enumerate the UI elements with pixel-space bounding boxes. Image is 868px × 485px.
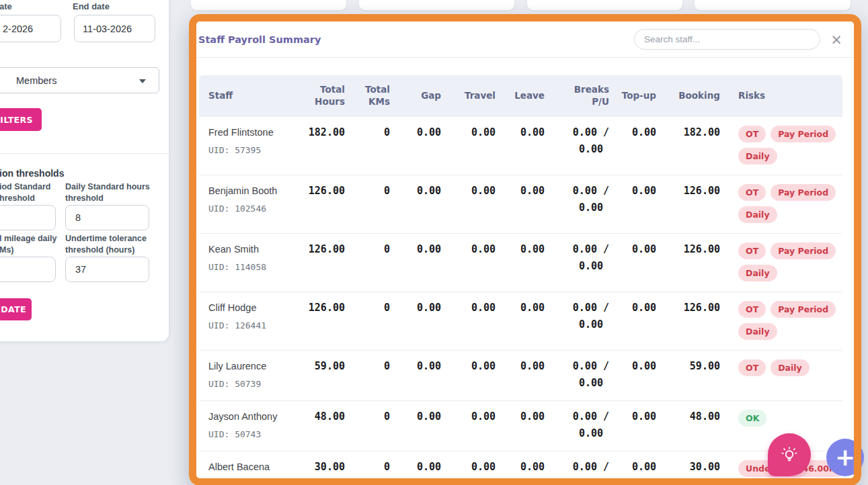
risk-badge: Pay Period bbox=[771, 242, 836, 259]
risk-badge: Daily bbox=[738, 148, 777, 165]
risk-badge: Daily bbox=[738, 206, 777, 223]
breaks-line2: 0.00 bbox=[545, 142, 609, 157]
close-icon[interactable]: × bbox=[830, 33, 843, 46]
undertime-threshold-label: Undertime tolerance threshold (hours) bbox=[65, 233, 154, 256]
booking-value: 126.00 bbox=[656, 234, 720, 292]
staff-cell: Kean Smith UID: 114058 bbox=[208, 242, 307, 273]
total-hours-value: 126.00 bbox=[307, 234, 345, 292]
table-row: Benjamin Booth UID: 102546 126.00 0 0.00… bbox=[199, 175, 842, 234]
top-card bbox=[190, 0, 347, 11]
risk-badges: OTDaily bbox=[738, 359, 842, 376]
gap-value: 0.00 bbox=[390, 451, 441, 485]
col-leave: Leave bbox=[496, 75, 545, 117]
daily-threshold-input[interactable] bbox=[65, 205, 149, 230]
payroll-table: Staff Total Hours Total KMs Gap Travel L… bbox=[199, 75, 842, 485]
col-total-hours: Total Hours bbox=[307, 75, 345, 117]
gap-value: 0.00 bbox=[390, 117, 441, 175]
top-card bbox=[694, 0, 851, 11]
sidebar-divider bbox=[0, 153, 169, 154]
feedback-lightbulb-button[interactable] bbox=[768, 433, 811, 476]
staff-name: Benjamin Booth bbox=[208, 184, 307, 198]
total-kms-value: 0 bbox=[345, 234, 390, 292]
breaks-value: 0.00 / 0.00 bbox=[545, 292, 609, 351]
pay-period-threshold-input[interactable] bbox=[0, 205, 56, 230]
update-button[interactable]: IDATE bbox=[0, 298, 32, 320]
payroll-table-body: Fred Flintstone UID: 57395 182.00 0 0.00… bbox=[199, 117, 842, 485]
page-background: ate End date Members Y FILTERS ion thres… bbox=[0, 0, 868, 485]
total-kms-value: 0 bbox=[345, 451, 390, 485]
start-date-label: ate bbox=[0, 1, 12, 13]
undertime-threshold-input[interactable] bbox=[65, 257, 149, 282]
members-dropdown[interactable]: Members bbox=[0, 67, 159, 93]
table-row: Cliff Hodge UID: 126441 126.00 0 0.00 0.… bbox=[199, 292, 842, 351]
risk-badge: OT bbox=[738, 184, 766, 201]
risk-badge: Pay Period bbox=[771, 126, 836, 142]
staff-name: Cliff Hodge bbox=[208, 301, 307, 315]
table-row: Jayson Anthony UID: 50743 48.00 0 0.00 0… bbox=[199, 401, 842, 451]
risk-badges: OTPay PeriodDaily bbox=[738, 242, 842, 281]
staff-name: Albert Bacena bbox=[208, 460, 307, 474]
staff-name: Jayson Anthony bbox=[208, 410, 307, 424]
breaks-value: 0.00 / 0.00 bbox=[545, 351, 609, 401]
breaks-line2: 0.00 bbox=[545, 201, 609, 215]
staff-cell: Albert Bacena bbox=[208, 460, 307, 485]
search-input[interactable] bbox=[634, 29, 820, 50]
topup-value: 0.00 bbox=[609, 401, 656, 451]
topup-value: 0.00 bbox=[609, 292, 656, 351]
modal-header: Staff Payroll Summary × bbox=[196, 21, 854, 58]
col-booking: Booking bbox=[656, 75, 720, 117]
staff-name: Fred Flintstone bbox=[208, 126, 307, 140]
mileage-threshold-label: l mileage daily Ms) bbox=[0, 233, 58, 256]
risk-badge: OT bbox=[738, 301, 766, 318]
add-button[interactable]: + bbox=[826, 439, 864, 476]
end-date-input[interactable] bbox=[74, 15, 155, 42]
topup-value: 0.00 bbox=[609, 451, 656, 485]
booking-value: 126.00 bbox=[656, 292, 720, 351]
staff-cell: Benjamin Booth UID: 102546 bbox=[208, 184, 307, 215]
mileage-threshold-input[interactable] bbox=[0, 257, 56, 282]
col-topup: Top-up bbox=[609, 75, 656, 117]
booking-value: 30.00 bbox=[656, 451, 720, 485]
start-date-input[interactable] bbox=[0, 15, 61, 42]
total-hours-value: 48.00 bbox=[307, 401, 345, 451]
staff-name: Lily Laurence bbox=[208, 359, 307, 373]
staff-cell: Lily Laurence UID: 50739 bbox=[208, 359, 307, 390]
col-staff: Staff bbox=[199, 75, 307, 117]
risk-badge: Daily bbox=[738, 323, 777, 340]
travel-value: 0.00 bbox=[441, 292, 496, 351]
breaks-line1: 0.00 / bbox=[545, 359, 609, 373]
top-card bbox=[358, 0, 515, 11]
staff-cell: Cliff Hodge UID: 126441 bbox=[208, 301, 307, 332]
lightbulb-icon bbox=[779, 445, 799, 465]
total-hours-value: 59.00 bbox=[307, 351, 345, 401]
risk-badge: Daily bbox=[738, 265, 777, 281]
table-row: Fred Flintstone UID: 57395 182.00 0 0.00… bbox=[199, 117, 842, 175]
col-risks: Risks bbox=[720, 75, 842, 117]
leave-value: 0.00 bbox=[496, 451, 545, 485]
leave-value: 0.00 bbox=[496, 117, 545, 175]
risk-badge: OT bbox=[738, 359, 766, 376]
leave-value: 0.00 bbox=[496, 175, 545, 234]
col-breaks: Breaks P/U bbox=[545, 75, 609, 117]
travel-value: 0.00 bbox=[441, 451, 496, 485]
gap-value: 0.00 bbox=[390, 234, 441, 292]
payroll-table-header: Staff Total Hours Total KMs Gap Travel L… bbox=[199, 75, 842, 117]
apply-filters-button[interactable]: Y FILTERS bbox=[0, 108, 42, 131]
breaks-line1: 0.00 / bbox=[545, 126, 609, 140]
plus-icon: + bbox=[835, 443, 855, 471]
staff-uid: UID: 50743 bbox=[208, 429, 307, 441]
travel-value: 0.00 bbox=[441, 117, 496, 175]
topup-value: 0.00 bbox=[609, 117, 656, 175]
staff-uid: UID: 57395 bbox=[208, 144, 307, 157]
breaks-line2: 0.00 bbox=[545, 259, 609, 273]
staff-cell: Fred Flintstone UID: 57395 bbox=[208, 126, 307, 157]
total-hours-value: 126.00 bbox=[307, 292, 345, 351]
travel-value: 0.00 bbox=[441, 351, 496, 401]
table-row: Albert Bacena 30.00 0 0.00 0.00 0.00 0.0… bbox=[199, 451, 842, 485]
breaks-line1: 0.00 / bbox=[545, 242, 609, 257]
col-gap: Gap bbox=[390, 75, 441, 117]
breaks-value: 0.00 / 0.00 bbox=[545, 117, 609, 175]
leave-value: 0.00 bbox=[496, 351, 545, 401]
breaks-value: 0.00 / 0.00 bbox=[545, 175, 609, 234]
breaks-line1: 0.00 / bbox=[545, 184, 609, 198]
